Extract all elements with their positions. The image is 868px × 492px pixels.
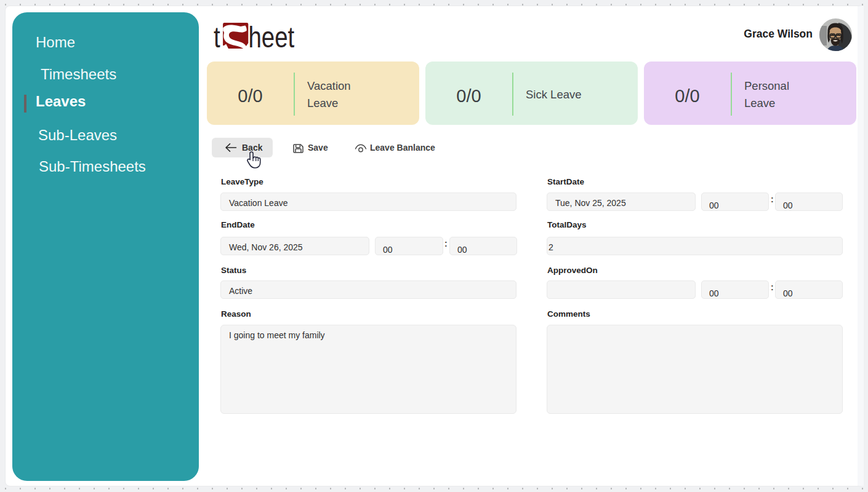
svg-text:t: t <box>214 21 220 54</box>
svg-text:heet: heet <box>249 21 295 54</box>
